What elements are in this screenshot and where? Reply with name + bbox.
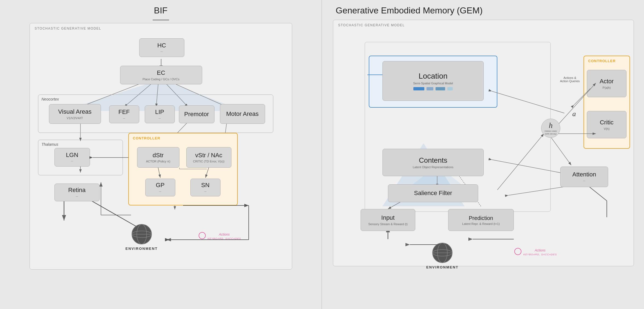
gem-container: STOCHASTIC GENERATIVE MODEL — [333, 20, 634, 266]
gem-sgm-label: STOCHASTIC GENERATIVE MODEL — [338, 23, 405, 27]
fef-dash: – — [123, 116, 125, 120]
location-viz-3 — [436, 87, 445, 90]
svg-line-50 — [549, 135, 571, 165]
retina-dash: – — [76, 194, 78, 198]
prediction-label: Prediction — [469, 215, 493, 221]
visual-label: Visual Areas — [58, 108, 92, 115]
bif-title: BIF — [5, 5, 316, 16]
motor-label: Motor Areas — [226, 110, 259, 118]
location-viz-1 — [413, 87, 424, 90]
location-viz-4 — [447, 87, 453, 90]
critic-box: Critic V(h) — [587, 111, 626, 138]
vstr-label: vStr / NAc — [195, 152, 222, 159]
bif-environment: ENVIRONMENT — [126, 223, 158, 251]
lgn-dash: – — [71, 159, 73, 163]
visual-sub: V1/V2/V4/IT — [67, 116, 83, 120]
controller-arrows — [129, 133, 237, 205]
premotor-label: Premotor — [184, 111, 209, 118]
lgn-label: LGN — [66, 151, 78, 159]
retina-label: Retina — [68, 187, 86, 194]
gem-environment: ENVIRONMENT — [426, 242, 459, 269]
svg-line-24 — [205, 168, 209, 178]
hc-label: HC — [157, 42, 166, 49]
sn-box: SN – — [190, 179, 221, 196]
lip-box: LIP – — [145, 105, 175, 123]
contents-box: Contents Latent Object Representations — [382, 149, 484, 176]
location-mini-viz — [413, 87, 453, 90]
critic-sub: V(h) — [604, 127, 610, 130]
vstr-box: vStr / NAc CRITIC (TD Error, V(s)) — [186, 147, 231, 168]
bif-underline — [153, 20, 169, 20]
attention-dash: – — [583, 178, 585, 183]
bif-globe — [131, 223, 153, 245]
actor-box: Actor P(a|h) — [587, 70, 626, 97]
bif-controller-box: CONTROLLER dStr ACTOR (Policy π) vStr / … — [128, 133, 238, 205]
gem-controller-label: CONTROLLER — [588, 59, 616, 63]
contents-sub: Latent Object Representations — [413, 165, 454, 169]
sn-dash: – — [204, 189, 207, 193]
lip-label: LIP — [155, 108, 164, 116]
gem-actions-label: Actions KEYBOARD, SACCADES — [523, 248, 557, 256]
ec-box: EC Place Coding / GCs / OVCs — [120, 66, 202, 84]
svg-point-68 — [515, 248, 521, 255]
dstr-label: dStr — [153, 152, 164, 159]
gem-actions-circle — [514, 247, 522, 256]
contents-label: Contents — [419, 156, 447, 165]
input-label: Input — [381, 214, 395, 221]
gp-dash: – — [159, 189, 161, 193]
gem-globe — [431, 242, 453, 264]
critic-label: Critic — [600, 119, 613, 126]
salience-box: Salience Filter — [388, 184, 478, 202]
attention-label: Attention — [572, 171, 596, 178]
h-label: h — [549, 121, 553, 130]
gem-actions-area: Actions KEYBOARD, SACCADES — [514, 247, 547, 264]
input-box: Input Sensory Stream & Reward (t) — [361, 209, 415, 231]
bif-actions-area: Actions KEYBOARD, SACCADES — [198, 231, 232, 248]
premotor-box: Premotor — [179, 105, 214, 123]
motor-box: Motor Areas — [220, 104, 265, 124]
dstr-box: dStr ACTOR (Policy π) — [137, 147, 179, 168]
sn-label: SN — [201, 182, 210, 189]
location-box: Location Semi-Spatial Graphical Model — [382, 61, 484, 101]
lip-dash: – — [159, 116, 161, 120]
neocortex-label: Neocortex — [42, 97, 59, 101]
lgn-box: LGN – — [54, 148, 90, 167]
svg-point-38 — [199, 232, 205, 239]
location-label: Location — [419, 71, 448, 81]
hc-box: HC – — [139, 38, 184, 57]
dstr-sub: ACTOR (Policy π) — [146, 160, 170, 163]
bif-actions-circle — [198, 231, 206, 240]
visual-box: Visual Areas V1/V2/V4/IT — [49, 104, 101, 124]
attention-box: Attention – — [560, 167, 608, 187]
bif-actions-label: Actions KEYBOARD, SACCADES — [208, 233, 241, 240]
gem-env-label: ENVIRONMENT — [426, 265, 459, 269]
ec-label: EC — [157, 69, 165, 76]
actor-label: Actor — [600, 78, 614, 85]
salience-label: Salience Filter — [414, 190, 452, 197]
bif-sgm-label: STOCHASTIC GENERATIVE MODEL — [35, 27, 101, 30]
fef-label: FEF — [118, 108, 130, 116]
prediction-sub: Latent Repr. & Reward (t+1) — [462, 222, 500, 225]
thalamus-label: Thalamus — [42, 142, 58, 147]
retina-box: Retina – — [54, 184, 100, 201]
bif-env-label: ENVIRONMENT — [126, 247, 158, 251]
bif-panel: BIF STOCHASTIC GENERATIVE MODEL — [0, 0, 321, 309]
h-sub: Hidden state(with decay) — [545, 130, 557, 135]
bif-controller-label: CONTROLLER — [133, 136, 160, 140]
gp-label: GP — [156, 182, 165, 189]
gp-box: GP – — [145, 179, 175, 196]
fef-box: FEF – — [109, 105, 139, 123]
location-viz-2 — [427, 87, 433, 90]
input-sub: Sensory Stream & Reward (t) — [368, 222, 408, 226]
gem-title: Generative Embodied Memory (GEM) — [327, 5, 639, 16]
prediction-box: Prediction Latent Repr. & Reward (t+1) — [448, 209, 514, 231]
h-box: h Hidden state(with decay) — [541, 119, 560, 138]
bif-container: STOCHASTIC GENERATIVE MODEL — [30, 23, 292, 270]
a-label: a — [572, 110, 576, 118]
svg-line-23 — [158, 168, 160, 178]
location-sub: Semi-Spatial Graphical Model — [413, 82, 453, 85]
actor-sub: P(a|h) — [603, 86, 611, 89]
gem-controller-box: CONTROLLER Actor P(a|h) Critic V(h) — [584, 56, 630, 149]
actions-queries-label: Actions &Action Queries — [558, 76, 582, 83]
vstr-sub: CRITIC (TD Error, V(s)) — [193, 160, 225, 163]
